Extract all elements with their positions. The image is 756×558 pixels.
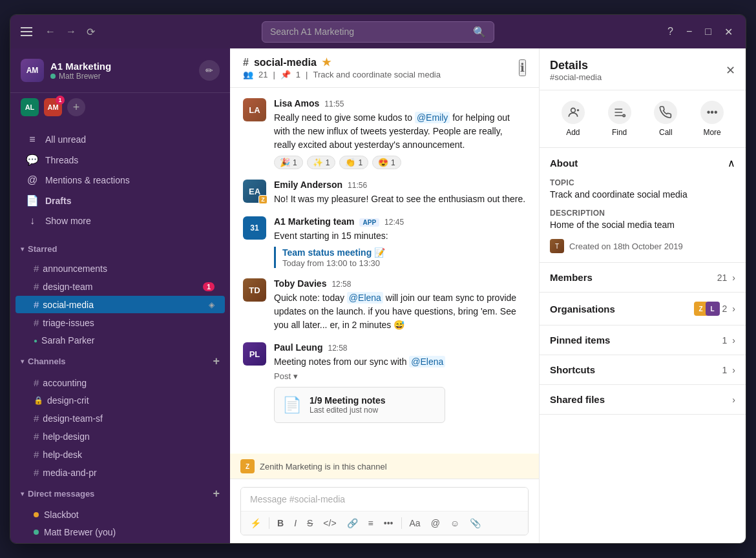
channel-item-triage-issues[interactable]: # triage-issues: [16, 314, 225, 331]
back-button[interactable]: ←: [43, 23, 58, 40]
pinned-list-item[interactable]: Pinned items 1 ›: [540, 326, 746, 355]
mention[interactable]: @Elena: [347, 292, 383, 304]
more-action-button[interactable]: ••• More: [700, 101, 724, 137]
channel-prefix: #: [34, 263, 39, 274]
mention[interactable]: @Elena: [409, 356, 445, 367]
reactions: 🎉1 ✨1 👏1 😍1: [274, 156, 526, 169]
add-dm-button[interactable]: +: [67, 98, 85, 116]
mention[interactable]: @Emily: [415, 112, 450, 123]
add-action-button[interactable]: Add: [562, 101, 585, 137]
sidebar-item-all-unread[interactable]: ≡ All unread: [16, 130, 225, 149]
pinned-count: 1: [296, 70, 300, 79]
members-list-item[interactable]: Members 21 ›: [540, 263, 746, 293]
link-button[interactable]: 🔗: [343, 515, 362, 531]
about-toggle[interactable]: About ∧: [540, 148, 746, 178]
notification-avatar: Z: [240, 459, 255, 473]
dm-name: Slackbot: [44, 510, 79, 520]
organisations-list-item[interactable]: Organisations Z L 2 ›: [540, 293, 746, 326]
message-header: Emily Anderson 11:56: [274, 180, 525, 190]
dm-item-matt-brewer[interactable]: Matt Brewer (you): [16, 524, 225, 541]
find-action-button[interactable]: Find: [608, 101, 631, 137]
event-link[interactable]: Team status meeting 📝: [282, 247, 385, 258]
attachment-button[interactable]: 📎: [466, 515, 485, 531]
channel-item-help-design[interactable]: # help-design: [16, 428, 225, 445]
bold-button[interactable]: B: [273, 515, 288, 531]
emoji-button[interactable]: ☺: [446, 515, 463, 531]
add-channel-button[interactable]: +: [213, 355, 220, 368]
message-input-area: ⚡ B I S </> 🔗 ≡ ••• Aa @ ☺ 📎: [230, 479, 539, 543]
channel-info-button[interactable]: ℹ: [519, 59, 526, 76]
avatar-am[interactable]: AM 1: [44, 98, 62, 116]
channel-meta: 👥 21 | 📌 1 | Track and coordinate social…: [243, 70, 441, 79]
details-close-button[interactable]: ✕: [726, 63, 735, 78]
forward-button[interactable]: →: [63, 23, 79, 40]
message-toolbar: ⚡ B I S </> 🔗 ≡ ••• Aa @ ☺ 📎: [241, 511, 528, 535]
dm-status-dot: [34, 530, 39, 535]
post-card[interactable]: 📄 1/9 Meeting notes Last edited just now: [274, 387, 445, 423]
starred-section-header[interactable]: ▾ Starred: [10, 239, 230, 259]
channel-item-help-desk[interactable]: # help-desk: [16, 446, 225, 463]
messages-area[interactable]: LA Lisa Amos 11:55 Really need to give s…: [230, 88, 539, 453]
meta-divider: |: [273, 70, 275, 79]
channel-item-design-team[interactable]: # design-team 1: [16, 278, 225, 295]
message-input[interactable]: [241, 488, 528, 511]
strikethrough-button[interactable]: S: [303, 515, 317, 531]
dm-list: Slackbot Matt Brewer (you) 👥 Emily Ander…: [10, 506, 230, 543]
dm-item-sarah-parker[interactable]: ● Sarah Parker: [16, 332, 225, 349]
call-action-button[interactable]: Call: [654, 101, 677, 137]
minimize-button[interactable]: −: [684, 23, 695, 40]
channel-item-announcements[interactable]: # announcements: [16, 260, 225, 277]
starred-chevron: ▾: [21, 245, 24, 253]
list-button[interactable]: ≡: [364, 515, 377, 531]
sidebar-item-threads[interactable]: 💬 Threads: [16, 150, 225, 170]
italic-button[interactable]: I: [290, 515, 300, 531]
search-box[interactable]: 🔍: [262, 21, 494, 43]
nav-arrows: ← → ⟳: [43, 23, 98, 41]
message-text: No! It was my pleasure! Great to see the…: [274, 192, 525, 206]
mention-button[interactable]: @: [427, 515, 444, 531]
channel-title: # social-media ★: [243, 56, 441, 68]
dm-section-header[interactable]: ▾ Direct messages +: [10, 482, 230, 506]
dm-name: Matt Brewer (you): [44, 527, 116, 537]
shortcuts-list-item[interactable]: Shortcuts 1 ›: [540, 355, 746, 385]
lightning-button[interactable]: ⚡: [246, 515, 265, 531]
dm-chevron: ▾: [21, 490, 24, 497]
channel-item-social-media[interactable]: # social-media ◈: [16, 296, 225, 313]
history-button[interactable]: ⟳: [84, 23, 98, 41]
details-panel: Details #social-media ✕ Add Find: [539, 48, 746, 543]
hamburger-menu[interactable]: [21, 27, 32, 36]
channel-item-media-and-pr[interactable]: # media-and-pr: [16, 464, 225, 481]
reaction-button[interactable]: 😍1: [372, 156, 401, 169]
members-count: 21: [717, 273, 728, 283]
channels-section-header[interactable]: ▾ Channels +: [10, 349, 230, 373]
channel-star-icon[interactable]: ★: [322, 56, 331, 68]
sidebar-item-show-more[interactable]: ↓ Show more: [16, 211, 225, 231]
sidebar-item-drafts[interactable]: 📄 Drafts: [16, 191, 225, 211]
reaction-button[interactable]: 🎉1: [274, 156, 303, 169]
reaction-button[interactable]: 👏1: [339, 156, 368, 169]
channel-item-accounting[interactable]: # accounting: [16, 374, 225, 391]
format-button[interactable]: Aa: [406, 515, 425, 531]
chat-area: # social-media ★ 👥 21 | 📌 1 | Track and …: [230, 48, 539, 543]
threads-icon: 💬: [26, 154, 39, 166]
channel-item-design-team-sf[interactable]: # design-team-sf: [16, 409, 225, 427]
sidebar-item-mentions[interactable]: @ Mentions & reactions: [16, 170, 225, 190]
close-button[interactable]: ✕: [722, 23, 735, 41]
compose-button[interactable]: ✏: [199, 60, 220, 81]
message-time: 12:58: [328, 344, 347, 353]
help-button[interactable]: ?: [665, 23, 676, 40]
mentions-icon: @: [26, 174, 39, 186]
search-input[interactable]: [270, 26, 468, 37]
avatar-al[interactable]: AL: [21, 98, 39, 116]
code-button[interactable]: </>: [319, 515, 340, 531]
channels-list: # accounting 🔒 design-crit # design-team…: [10, 373, 230, 482]
dm-item-slackbot[interactable]: Slackbot: [16, 506, 225, 523]
add-dm-button[interactable]: +: [213, 487, 220, 501]
channel-item-design-crit[interactable]: 🔒 design-crit: [16, 392, 225, 409]
dm-item-group[interactable]: 👥 Emily Anderson, Elena ...: [16, 541, 225, 543]
description-field: Description Home of the social media tea…: [550, 209, 735, 230]
maximize-button[interactable]: □: [702, 23, 714, 40]
more-button[interactable]: •••: [380, 515, 397, 531]
reaction-button[interactable]: ✨1: [307, 156, 336, 169]
shared-files-list-item[interactable]: Shared files ›: [540, 385, 746, 415]
